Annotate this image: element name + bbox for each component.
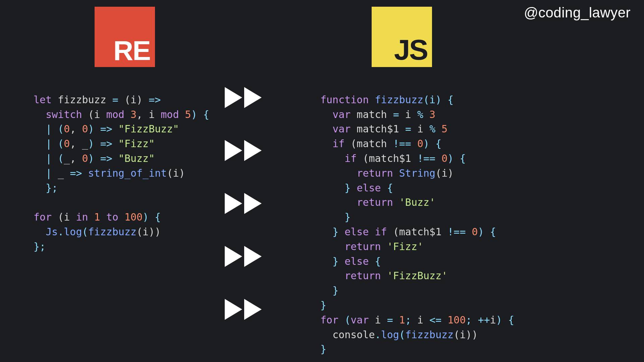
args: (i)) [137, 226, 161, 238]
svg-marker-2 [225, 140, 242, 161]
brace: ) { [496, 314, 514, 326]
args: (i) [167, 167, 185, 179]
svg-marker-4 [225, 193, 242, 214]
brace: { [381, 182, 393, 194]
wildcard: _ [58, 167, 70, 179]
brace: ) { [423, 138, 441, 149]
num: 100 [441, 314, 466, 326]
svg-marker-1 [244, 87, 262, 108]
svg-marker-6 [225, 246, 242, 267]
kw-return: return [357, 167, 393, 179]
expr: (i [52, 211, 76, 223]
brace: } [344, 211, 351, 223]
num: 5 [435, 123, 447, 135]
pattern: | ( [46, 123, 64, 135]
string: "Buzz" [112, 153, 155, 164]
op-arrow: => [100, 123, 112, 135]
kw-if: if [344, 153, 357, 164]
expr: (match$1 [357, 153, 417, 164]
kw-let: let [34, 94, 52, 106]
op-neq: !== [417, 153, 435, 164]
reason-code-block: let fizzbuzz = (i) => switch (i mod 3, i… [34, 78, 209, 254]
brace: } [332, 255, 344, 267]
kw-to: to [106, 211, 118, 223]
brace: { [369, 255, 381, 267]
fast-forward-icon [225, 245, 262, 267]
args: (i) [435, 167, 453, 179]
brace: ) { [191, 109, 209, 120]
brace: } [320, 343, 326, 355]
fn-name: fizzbuzz [369, 94, 424, 106]
kw-for: for [320, 314, 338, 326]
svg-marker-7 [244, 246, 262, 267]
paren: ( [399, 329, 405, 341]
comma: , [137, 109, 149, 120]
fn-call: string_of_int [82, 167, 167, 179]
kw-else: else [344, 226, 369, 238]
ident: console [332, 329, 375, 341]
semi: ; [405, 314, 417, 326]
arrow-column [225, 86, 262, 320]
op-lte: <= [429, 314, 441, 326]
dot: . [58, 226, 64, 238]
fn-call: String [399, 167, 435, 179]
op-eq: = [387, 314, 393, 326]
num: 0 [411, 138, 423, 149]
num: 0 [82, 123, 88, 135]
semi: ; [466, 314, 478, 326]
string: "Fizz" [112, 138, 155, 149]
ident: i [490, 314, 496, 326]
brace: } [344, 182, 357, 194]
string: "FizzBuzz" [112, 123, 179, 135]
kw-if: if [332, 138, 344, 149]
kw-else: else [357, 182, 381, 194]
fn-call: fizzbuzz [405, 329, 454, 341]
pattern: | [46, 167, 58, 179]
comma: , [70, 123, 82, 135]
reason-logo: RE [95, 7, 155, 67]
params: (i) [118, 94, 149, 106]
svg-marker-5 [244, 193, 262, 214]
op-neq: !== [447, 226, 466, 238]
op-arrow: => [149, 94, 161, 106]
fast-forward-icon [225, 86, 262, 109]
ident: match$1 [351, 123, 405, 135]
num: 1 [88, 211, 106, 223]
op-mod: % [417, 109, 423, 120]
paren: ( [338, 314, 351, 326]
svg-marker-3 [244, 140, 262, 161]
brace: } [332, 285, 338, 296]
kw-mod: mod [106, 109, 124, 120]
op-inc: ++ [478, 314, 490, 326]
pattern: | ( [46, 153, 64, 164]
kw-var: var [351, 314, 369, 326]
fast-forward-icon [225, 139, 262, 162]
comma: , [70, 138, 82, 149]
brace: } [332, 226, 344, 238]
ident: i [411, 123, 429, 135]
javascript-code-block: function fizzbuzz(i) { var match = i % 3… [320, 78, 514, 357]
fast-forward-icon [225, 298, 262, 320]
op-eq: = [405, 123, 411, 135]
args: (i)) [453, 329, 478, 341]
op-arrow: => [100, 153, 112, 164]
kw-var: var [332, 123, 351, 135]
kw-return: return [344, 270, 381, 282]
pattern: | ( [46, 138, 64, 149]
num: 0 [466, 226, 478, 238]
num: 5 [179, 109, 191, 120]
expr: (i [82, 109, 106, 120]
fn-call: log [64, 226, 82, 238]
svg-marker-9 [244, 299, 262, 320]
ident: fizzbuzz [52, 94, 112, 106]
op-eq: = [393, 109, 399, 120]
ident: match [351, 109, 393, 120]
op-arrow: => [100, 138, 112, 149]
dot: . [375, 329, 381, 341]
kw-else: else [344, 255, 369, 267]
string: 'Buzz' [399, 196, 435, 208]
fn-call: log [381, 329, 399, 341]
brace: }; [34, 241, 46, 252]
kw-return: return [357, 196, 393, 208]
string: 'FizzBuzz' [387, 270, 448, 282]
